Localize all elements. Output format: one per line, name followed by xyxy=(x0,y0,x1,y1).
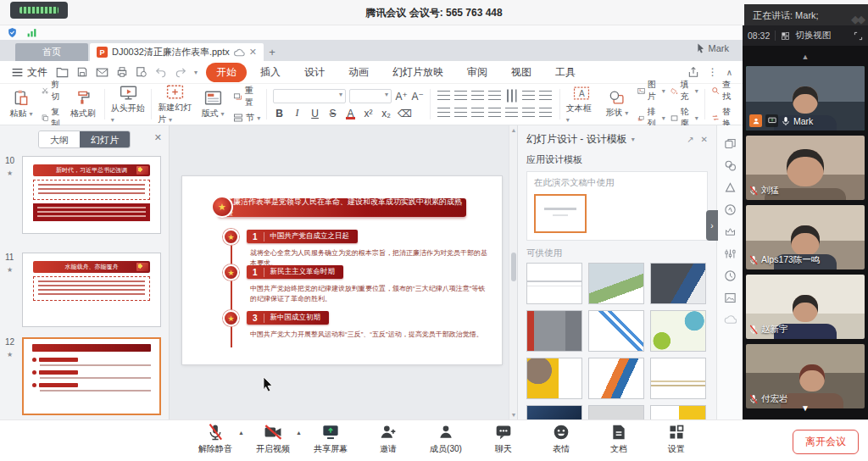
line-spacing-button[interactable] xyxy=(521,88,537,103)
text-direction-button[interactable] xyxy=(504,88,520,103)
tab-slideshow[interactable]: 幻灯片放映 xyxy=(382,63,453,82)
canvas-scrollbar[interactable]: ▲ ▼ xyxy=(509,125,517,419)
more-menu-icon[interactable]: ⋮ xyxy=(708,66,718,78)
design-template-thumbnail[interactable] xyxy=(588,263,644,304)
slides-stack-icon[interactable] xyxy=(724,137,737,150)
current-slide[interactable]: ★ 清正廉洁作表率是党领导人民在革命、建设和改革成功实践中积累的成熟经验 ★ 1… xyxy=(182,176,502,364)
leave-meeting-button[interactable]: 离开会议 xyxy=(793,430,859,454)
superscript-button[interactable]: x² xyxy=(362,108,375,119)
members-button[interactable]: 成员(30) xyxy=(427,424,465,455)
textbox-button[interactable]: A 文本框 ▾ xyxy=(566,86,597,124)
decrease-font-button[interactable]: A⁻ xyxy=(411,91,424,103)
unmute-button[interactable]: 解除静音▲ xyxy=(197,424,234,455)
increase-indent-button[interactable] xyxy=(487,88,503,103)
quick-access-caret-icon[interactable]: ▾ xyxy=(194,69,198,76)
slide-thumbnail-10[interactable]: 新时代，习近平总书记强调 xyxy=(22,156,161,234)
bold-button[interactable]: B xyxy=(273,108,286,119)
triangle-tool-icon[interactable] xyxy=(724,181,737,194)
design-template-thumbnail[interactable] xyxy=(650,310,706,352)
start-video-button[interactable]: 开启视频▲ xyxy=(254,424,292,455)
italic-button[interactable]: I xyxy=(291,107,303,119)
tab-slides[interactable]: 幻灯片 xyxy=(80,131,130,147)
settings-button[interactable]: 设置 xyxy=(658,424,695,455)
premium-tool-icon[interactable] xyxy=(724,225,737,238)
strikethrough-button[interactable]: S xyxy=(326,108,339,119)
cloud-tool-icon[interactable] xyxy=(724,314,737,326)
shapes-tool-icon[interactable] xyxy=(724,159,737,172)
print-preview-icon[interactable] xyxy=(136,66,147,78)
tab-home[interactable]: 首页 xyxy=(15,43,88,61)
slide-thumbnail-11[interactable]: 水能载舟、亦能覆舟 xyxy=(22,253,161,327)
tab-design[interactable]: 设计 xyxy=(294,63,335,82)
redo-icon[interactable] xyxy=(175,67,186,78)
tab-animation[interactable]: 动画 xyxy=(338,63,379,82)
font-size-select[interactable] xyxy=(349,89,392,103)
new-slide-button[interactable]: 新建幻灯片 ▾ xyxy=(158,84,192,125)
tab-insert[interactable]: 插入 xyxy=(250,63,291,82)
underline-button[interactable]: U xyxy=(309,108,321,119)
fill-button[interactable]: 填充 ▾ xyxy=(670,79,698,103)
vertical-align-button[interactable] xyxy=(521,105,537,120)
slide-thumbnail-12-selected[interactable] xyxy=(22,337,161,415)
bullet-list-button[interactable] xyxy=(437,88,452,103)
video-options-caret-icon[interactable]: ▲ xyxy=(296,430,302,436)
current-template-thumbnail[interactable] xyxy=(534,194,587,233)
clear-format-button[interactable]: ⌫ xyxy=(398,108,410,119)
undo-icon[interactable] xyxy=(155,67,167,78)
design-template-thumbnail[interactable] xyxy=(526,263,582,304)
invite-button[interactable]: 邀请 xyxy=(370,424,407,455)
cut-button[interactable]: 剪切 xyxy=(42,79,63,103)
switch-view-button[interactable]: 切换视图 xyxy=(795,30,831,42)
new-tab-button[interactable]: + xyxy=(264,43,281,61)
panel-dropdown-icon[interactable]: ▾ xyxy=(632,136,635,143)
share-screen-button[interactable]: 共享屏幕 xyxy=(312,424,349,455)
file-menu-button[interactable]: 文件 xyxy=(0,65,56,80)
collapse-strip-handle[interactable]: › xyxy=(706,210,718,241)
picture-button[interactable]: 图片 ▾ xyxy=(637,79,665,103)
tab-document[interactable]: P DJ0032清正廉洁作表率.pptx ✕ xyxy=(90,43,264,61)
justify-button[interactable] xyxy=(487,105,503,120)
docs-button[interactable]: 文档 xyxy=(600,424,637,455)
reset-button[interactable]: 重置 xyxy=(233,85,260,108)
paste-button[interactable]: 粘贴 ▾ xyxy=(6,89,36,119)
export-mail-icon[interactable] xyxy=(96,67,108,78)
tab-view[interactable]: 视图 xyxy=(501,63,542,82)
participant-tile-mark[interactable]: Mark xyxy=(746,66,865,131)
design-template-thumbnail[interactable] xyxy=(588,358,644,399)
design-template-thumbnail[interactable] xyxy=(588,310,644,352)
find-button[interactable]: 查找 xyxy=(711,79,737,103)
participant-tile[interactable]: Alps173陈一鸣 xyxy=(746,205,865,269)
design-template-thumbnail[interactable] xyxy=(526,358,582,399)
shapes-button[interactable]: 形状 ▾ xyxy=(602,90,632,119)
save-icon[interactable] xyxy=(76,66,88,78)
tab-review[interactable]: 审阅 xyxy=(457,63,498,82)
expand-panel-icon[interactable]: ↗ xyxy=(687,135,693,144)
align-center-button[interactable] xyxy=(453,105,469,120)
tab-start[interactable]: 开始 xyxy=(206,63,247,82)
scroll-participants-up-icon[interactable]: ▲ xyxy=(743,53,868,61)
columns-button[interactable] xyxy=(538,88,554,103)
close-panel-icon[interactable]: ✕ xyxy=(701,135,708,144)
print-icon[interactable] xyxy=(116,66,128,78)
collapse-ribbon-icon[interactable]: ∧ xyxy=(726,68,732,77)
format-painter-button[interactable]: 格式刷 xyxy=(68,90,98,119)
from-beginning-button[interactable]: 从头开始 ▾ xyxy=(111,85,146,124)
participant-tile[interactable]: 刘猛 xyxy=(746,136,865,200)
close-tab-icon[interactable]: ✕ xyxy=(249,47,257,58)
tab-tools[interactable]: 工具 xyxy=(545,63,586,82)
close-panel-icon[interactable]: ✕ xyxy=(154,132,162,143)
paragraph-settings-button[interactable] xyxy=(538,105,554,120)
emoji-button[interactable]: 表情 xyxy=(542,424,580,455)
history-icon[interactable] xyxy=(724,269,737,282)
share-icon[interactable] xyxy=(687,67,699,78)
participant-tile[interactable]: 赵新宇 xyxy=(746,275,865,339)
participant-tile[interactable]: 付宏岩 xyxy=(746,344,865,408)
scrollbar-thumb[interactable] xyxy=(511,253,516,281)
align-right-button[interactable] xyxy=(470,105,486,120)
image-tool-icon[interactable] xyxy=(724,292,737,304)
align-left-button[interactable] xyxy=(437,105,452,120)
mic-options-caret-icon[interactable]: ▲ xyxy=(238,430,244,436)
settings-sliders-icon[interactable] xyxy=(724,247,737,260)
font-color-button[interactable]: A xyxy=(344,108,357,119)
design-template-thumbnail[interactable] xyxy=(526,310,582,352)
